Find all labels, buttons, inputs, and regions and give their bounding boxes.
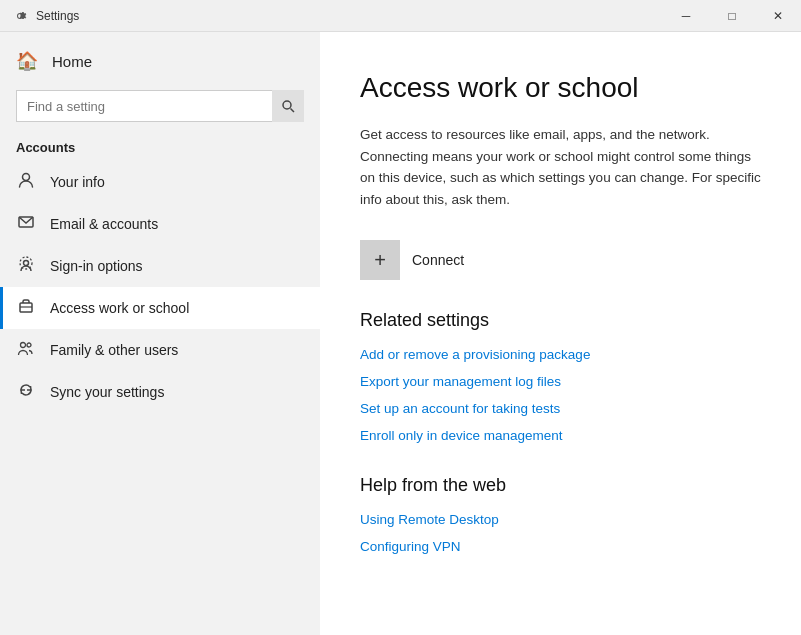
family-icon — [16, 339, 36, 361]
minimize-button[interactable]: ─ — [663, 0, 709, 32]
search-button[interactable] — [272, 90, 304, 122]
connect-button[interactable]: + Connect — [360, 240, 761, 280]
related-links-list: Add or remove a provisioning package Exp… — [360, 347, 761, 443]
svg-point-4 — [24, 261, 29, 266]
sync-icon — [16, 381, 36, 403]
svg-line-1 — [290, 108, 294, 112]
related-link-3[interactable]: Enroll only in device management — [360, 428, 761, 443]
related-link-1[interactable]: Export your management log files — [360, 374, 761, 389]
page-title: Access work or school — [360, 72, 761, 104]
sidebar: 🏠 Home Accounts Your info — [0, 32, 320, 635]
title-bar-left: Settings — [12, 8, 79, 24]
sidebar-item-home[interactable]: 🏠 Home — [0, 40, 320, 82]
sidebar-item-label-your-info: Your info — [50, 174, 105, 190]
help-links-list: Using Remote Desktop Configuring VPN — [360, 512, 761, 554]
search-icon — [282, 100, 295, 113]
sidebar-item-label-email: Email & accounts — [50, 216, 158, 232]
sidebar-item-your-info[interactable]: Your info — [0, 161, 320, 203]
settings-app-icon — [12, 8, 28, 24]
help-link-1[interactable]: Configuring VPN — [360, 539, 761, 554]
svg-point-9 — [27, 343, 31, 347]
related-settings-heading: Related settings — [360, 310, 761, 331]
search-input[interactable] — [16, 90, 304, 122]
title-bar: Settings ─ □ ✕ — [0, 0, 801, 32]
help-link-0[interactable]: Using Remote Desktop — [360, 512, 761, 527]
app-container: 🏠 Home Accounts Your info — [0, 32, 801, 635]
sign-in-icon — [16, 255, 36, 277]
title-bar-controls: ─ □ ✕ — [663, 0, 801, 32]
page-description: Get access to resources like email, apps… — [360, 124, 761, 210]
email-icon — [16, 213, 36, 235]
svg-point-8 — [21, 343, 26, 348]
related-link-0[interactable]: Add or remove a provisioning package — [360, 347, 761, 362]
svg-point-0 — [283, 101, 291, 109]
maximize-button[interactable]: □ — [709, 0, 755, 32]
sidebar-item-email-accounts[interactable]: Email & accounts — [0, 203, 320, 245]
sidebar-item-label-sign-in: Sign-in options — [50, 258, 143, 274]
sidebar-item-label-sync: Sync your settings — [50, 384, 164, 400]
svg-point-5 — [20, 257, 32, 269]
sidebar-item-label-access-work: Access work or school — [50, 300, 189, 316]
related-link-2[interactable]: Set up an account for taking tests — [360, 401, 761, 416]
home-icon: 🏠 — [16, 50, 38, 72]
sidebar-item-label-family: Family & other users — [50, 342, 178, 358]
your-info-icon — [16, 171, 36, 193]
svg-point-2 — [23, 174, 30, 181]
sidebar-item-access-work-school[interactable]: Access work or school — [0, 287, 320, 329]
search-container — [16, 90, 304, 122]
briefcase-icon — [16, 297, 36, 319]
sidebar-item-sync-settings[interactable]: Sync your settings — [0, 371, 320, 413]
connect-plus-icon: + — [360, 240, 400, 280]
accounts-section-title: Accounts — [0, 130, 320, 161]
help-web-heading: Help from the web — [360, 475, 761, 496]
connect-label: Connect — [412, 252, 464, 268]
sidebar-item-sign-in-options[interactable]: Sign-in options — [0, 245, 320, 287]
close-button[interactable]: ✕ — [755, 0, 801, 32]
title-bar-title: Settings — [36, 9, 79, 23]
content-area: Access work or school Get access to reso… — [320, 32, 801, 635]
sidebar-home-label: Home — [52, 53, 92, 70]
sidebar-item-family-users[interactable]: Family & other users — [0, 329, 320, 371]
